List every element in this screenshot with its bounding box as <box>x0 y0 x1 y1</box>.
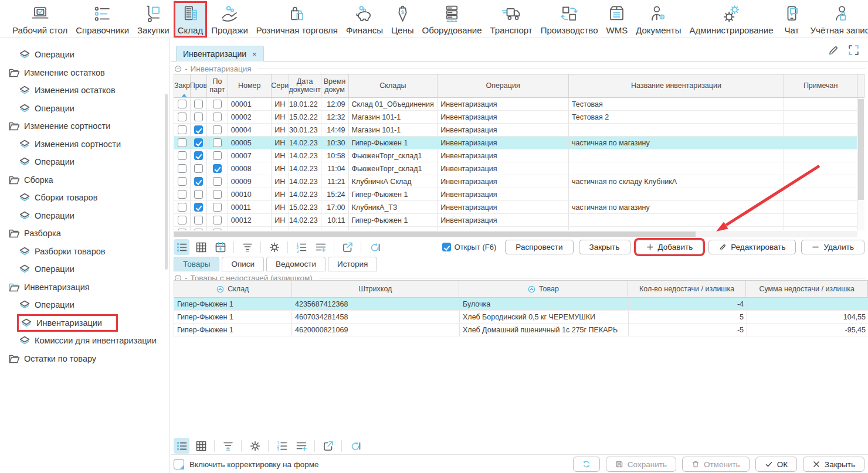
sidebar-item-izmenenie-ostatkov[interactable]: Изменение остатков <box>0 64 169 82</box>
zakryt-2-button[interactable]: Закрыть <box>803 457 864 472</box>
column-header-name[interactable]: Название инвентаризации <box>569 74 784 97</box>
sidebar-item-komissii-dlya-inventarizacii[interactable]: Комиссии для инвентаризации <box>0 332 169 350</box>
tab-vedomosti[interactable]: Ведомости <box>266 257 326 271</box>
checkbox-by_batch[interactable] <box>213 177 222 186</box>
sidebar-item-operacii-1[interactable]: Операции <box>0 46 169 64</box>
column-header-number[interactable]: Номер <box>228 74 272 97</box>
column-header-barcode[interactable]: Штрихкод <box>292 281 460 297</box>
sidebar-item-izmenenie-sortnosti[interactable]: Изменение сортности <box>0 117 169 135</box>
nav-item-desktop[interactable]: Рабочий стол <box>8 1 72 38</box>
sidebar-item-sborka[interactable]: Сборка <box>0 171 169 189</box>
checkbox-closed[interactable] <box>178 177 187 186</box>
sidebar-scrollbar[interactable] <box>165 94 168 270</box>
checkbox-closed[interactable] <box>178 164 187 173</box>
sidebar-item-operacii-2[interactable]: Операции <box>0 100 169 118</box>
rasprovesti-button[interactable]: Распровести <box>505 240 573 254</box>
table-row[interactable]: 00002ИН15.02.2212:32Магазин 101-1Инвента… <box>174 111 857 124</box>
checkbox-approved[interactable] <box>194 164 203 173</box>
checkbox-approved[interactable] <box>194 138 203 147</box>
table-row[interactable]: 00013ИН14.02.237:15Гипер-Фьюжен 1Инвента… <box>174 227 857 230</box>
column-header-qty[interactable]: Кол-во недостачи / излишка <box>628 281 747 297</box>
reload-icon[interactable] <box>367 239 382 255</box>
nav-item-production[interactable]: Производство <box>537 1 602 38</box>
table-row[interactable]: 00005ИН14.02.2310:30Гипер-Фьюжен 1Инвент… <box>174 137 857 149</box>
checkbox-closed[interactable] <box>178 100 187 108</box>
external-link-icon[interactable] <box>320 438 336 454</box>
zakryt-button[interactable]: Закрыть <box>579 240 630 254</box>
sidebar-item-razborka[interactable]: Разборка <box>0 224 169 243</box>
add-list-icon[interactable] <box>313 239 328 255</box>
checkbox-by_batch[interactable] <box>213 229 222 230</box>
tab-istoriya[interactable]: История <box>328 257 377 271</box>
checkbox-approved[interactable] <box>194 151 203 160</box>
column-header-product[interactable]: Товар <box>459 281 628 297</box>
sidebar-item-razborki-tovarov[interactable]: Разборки товаров <box>0 243 169 261</box>
gear-icon[interactable] <box>266 239 282 255</box>
checkbox-closed[interactable] <box>178 138 187 147</box>
otmenit-button[interactable]: Отменить <box>682 457 750 472</box>
adjust-checkbox[interactable] <box>174 459 184 469</box>
nav-item-prices[interactable]: $Цены <box>387 1 418 38</box>
nav-item-account[interactable]: Учётная запись <box>806 1 868 38</box>
horizontal-scrollbar-thumb[interactable] <box>174 232 696 237</box>
checkbox-approved[interactable] <box>194 125 203 134</box>
table-row[interactable]: Гипер-Фьюжен 14607034281458Хлеб Бородинс… <box>174 311 868 324</box>
column-header-note[interactable]: Примечан <box>784 74 857 97</box>
udalit-button[interactable]: Удалить <box>801 240 864 254</box>
column-header-time[interactable]: Время докум <box>321 74 349 97</box>
column-header-date[interactable]: Дата документ <box>289 74 321 97</box>
checkbox-closed[interactable] <box>178 190 187 199</box>
column-header-operation[interactable]: Операция <box>438 74 569 97</box>
nav-item-purchases[interactable]: Закупки <box>133 1 174 38</box>
checkbox-closed[interactable] <box>178 203 187 212</box>
column-header-sum[interactable]: Сумма недостачи / излишка <box>746 281 867 297</box>
dobavit-button[interactable]: Добавить <box>636 240 704 254</box>
checkbox-approved[interactable] <box>194 177 203 186</box>
nav-item-finance[interactable]: Финансы <box>342 1 387 38</box>
numbered-list-icon[interactable]: 123 <box>274 438 290 454</box>
nav-item-equipment[interactable]: Оборудование <box>418 1 486 38</box>
column-header-by_batch[interactable]: По парт <box>207 74 228 97</box>
sidebar-item-sborki-tovarov[interactable]: Сборки товаров <box>0 189 169 207</box>
checkbox-approved[interactable] <box>194 190 203 199</box>
table-row[interactable]: Гипер-Фьюжен 14620000821069Хлеб Домашний… <box>174 324 868 336</box>
redaktirovat-button[interactable]: Редактировать <box>708 240 796 254</box>
checkbox-approved[interactable] <box>194 113 203 121</box>
expand-icon[interactable] <box>847 44 860 56</box>
nav-item-transport[interactable]: Транспорт <box>486 1 537 38</box>
table-row[interactable]: 00012ИН14.02.2310:11Гипер-Фьюжен 1Инвент… <box>174 214 857 227</box>
table-row[interactable]: 00010ИН14.02.2315:24Гипер-Фьюжен 1Инвент… <box>174 188 857 201</box>
nav-item-retail[interactable]: Розничная торговля <box>252 1 342 38</box>
column-header-approved[interactable]: Пров <box>191 74 207 97</box>
sidebar-item-inventarizaciya[interactable]: Инвентаризация <box>0 278 169 297</box>
view-grid-icon[interactable] <box>193 438 209 454</box>
sidebar-item-operacii-4[interactable]: Операции <box>0 207 169 225</box>
checkbox-by_batch[interactable] <box>213 216 222 224</box>
add-list-icon[interactable] <box>293 438 309 454</box>
sidebar-item-inventarizacii[interactable]: Инвентаризации <box>0 314 169 332</box>
column-header-warehouse[interactable]: Склад <box>174 281 292 297</box>
sidebar-item-operacii-3[interactable]: Операции <box>0 153 169 171</box>
edit-pencil-icon[interactable] <box>828 44 840 56</box>
gear-icon[interactable] <box>247 438 263 454</box>
filter-icon[interactable] <box>239 239 255 255</box>
table-row[interactable]: 00008ИН14.02.2311:04ФьюженТорг_склад1Инв… <box>174 162 857 175</box>
numbered-list-icon[interactable]: 123 <box>293 239 309 255</box>
view-list-icon[interactable] <box>174 239 189 255</box>
calendar-icon[interactable] <box>212 239 228 255</box>
checkbox-by_batch[interactable] <box>213 151 222 160</box>
checkbox-closed[interactable] <box>178 113 187 121</box>
reload-icon[interactable] <box>347 438 363 454</box>
nav-item-sales[interactable]: Продажи <box>207 1 252 38</box>
filter-icon[interactable] <box>220 438 236 454</box>
checkbox-by_batch[interactable] <box>213 164 222 173</box>
tab-tovary[interactable]: Товары <box>174 257 219 271</box>
checkbox-closed[interactable] <box>178 229 187 230</box>
checkbox-closed[interactable] <box>178 151 187 160</box>
checkbox-approved[interactable] <box>194 216 203 224</box>
checkbox-closed[interactable] <box>178 216 187 224</box>
table-row[interactable]: 00009ИН14.02.2311:21КлубничкА СкладИнвен… <box>174 175 857 188</box>
table-row[interactable]: Гипер-Фьюжен 14235687412368Булочка-4 <box>174 298 868 311</box>
checkbox-closed[interactable] <box>178 125 187 134</box>
nav-item-wms[interactable]: WMS <box>602 1 632 38</box>
